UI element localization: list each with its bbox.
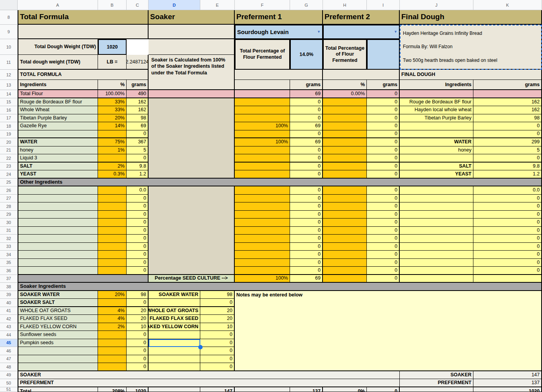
cell-B17[interactable]: 20% xyxy=(98,114,127,123)
cell-J23[interactable]: SALT xyxy=(400,163,473,171)
column-header-C[interactable]: C xyxy=(127,0,149,10)
row-header-31[interactable]: 31 xyxy=(0,227,18,235)
cell-A43[interactable]: FLAKED YELLOW CORN xyxy=(18,323,98,331)
cell-C35[interactable]: 0 xyxy=(127,259,149,267)
cell-B13[interactable]: % xyxy=(98,80,127,90)
row-header-37[interactable]: 37 xyxy=(0,275,18,283)
cell-C14[interactable]: 490 xyxy=(127,90,149,98)
cell-I16[interactable]: 0 xyxy=(367,106,400,114)
cell-F22[interactable] xyxy=(235,154,290,163)
cell-F29[interactable] xyxy=(235,211,290,219)
cell-C48[interactable]: 0 xyxy=(127,363,149,371)
cell-A32[interactable] xyxy=(18,235,98,243)
cell-A12[interactable]: TOTAL FORMULA xyxy=(18,70,149,80)
cell-C30[interactable]: 0 xyxy=(127,219,149,227)
cell-H37[interactable] xyxy=(323,275,367,283)
cell-K21[interactable]: 5 xyxy=(473,146,542,155)
cell-C23[interactable]: 9.8 xyxy=(127,163,149,171)
cell-J26[interactable] xyxy=(400,186,473,195)
cell-D46[interactable] xyxy=(149,347,200,355)
cell-K34[interactable]: 0 xyxy=(473,251,542,259)
cell-C51[interactable]: 1020 xyxy=(127,387,149,392)
cell-E51[interactable]: 147 xyxy=(200,387,235,392)
cell-D51[interactable] xyxy=(149,387,200,392)
cell-H24[interactable] xyxy=(323,170,367,179)
column-header-J[interactable]: J xyxy=(400,0,473,10)
cell-G27[interactable]: 0 xyxy=(290,195,323,203)
row-header-39[interactable]: 39 xyxy=(0,291,18,299)
row-header-10[interactable]: 10 xyxy=(0,39,18,55)
cell-H31[interactable] xyxy=(323,227,367,235)
cell-H21[interactable] xyxy=(323,146,367,155)
cell-F32[interactable] xyxy=(235,235,290,243)
cell-G28[interactable]: 0 xyxy=(290,202,323,211)
cell-J34[interactable] xyxy=(400,251,473,259)
row-header-12[interactable]: 12 xyxy=(0,70,18,80)
cell-G16[interactable]: 0 xyxy=(290,106,323,114)
cell-G24[interactable]: 0 xyxy=(290,170,323,179)
cell-A15[interactable]: Rouge de Bordeaux BF flour xyxy=(18,98,98,107)
cell-C18[interactable]: 69 xyxy=(127,122,149,130)
cell-C29[interactable]: 0 xyxy=(127,211,149,219)
cell-A31[interactable] xyxy=(18,227,98,235)
cell-K23[interactable]: 9.8 xyxy=(473,163,542,171)
cell-K26[interactable]: 0.0 xyxy=(473,186,542,195)
cell-E48[interactable]: 0 xyxy=(200,363,235,371)
cell-H32[interactable] xyxy=(323,235,367,243)
cell-C21[interactable]: 5 xyxy=(127,146,149,155)
cell-G10[interactable]: 14.0% xyxy=(290,39,323,70)
row-header-27[interactable]: 27 xyxy=(0,195,18,203)
select-all-corner[interactable] xyxy=(0,0,18,10)
row-header-43[interactable]: 43 xyxy=(0,323,18,331)
cell-F17[interactable] xyxy=(235,114,290,123)
cell-F14[interactable] xyxy=(235,90,290,98)
cell-B11[interactable]: LB = xyxy=(98,55,127,70)
row-header-51[interactable]: 51 xyxy=(0,387,18,392)
row-header-40[interactable]: 40 xyxy=(0,299,18,307)
cell-K24[interactable]: 1.2 xyxy=(473,170,542,179)
cell-K13[interactable]: grams xyxy=(473,80,542,90)
cell-A26[interactable] xyxy=(18,186,98,195)
cell-A47[interactable] xyxy=(18,355,98,363)
cell-J28[interactable] xyxy=(400,202,473,211)
cell-A28[interactable] xyxy=(18,202,98,211)
cell-E41[interactable]: 20 xyxy=(200,307,235,315)
column-header-A[interactable]: A xyxy=(18,0,98,10)
cell-F36[interactable] xyxy=(235,267,290,275)
cell-F23[interactable] xyxy=(235,163,290,171)
cell-H23[interactable] xyxy=(323,163,367,171)
cell-J51[interactable] xyxy=(400,387,473,392)
cell-B21[interactable]: 1% xyxy=(98,146,127,155)
cell-C20[interactable]: 367 xyxy=(127,138,149,146)
cell-C45[interactable]: 0 xyxy=(127,339,149,347)
row-header-50[interactable]: 50 xyxy=(0,379,18,387)
cell-A14[interactable]: Total Flour xyxy=(18,90,98,98)
cell-H8[interactable]: Preferment 2 xyxy=(323,10,400,25)
cell-C34[interactable]: 0 xyxy=(127,251,149,259)
cell-A11[interactable]: Total dough weight (TDW) xyxy=(18,55,98,70)
cell-B43[interactable]: 2% xyxy=(98,323,127,331)
cell-C43[interactable]: 10 xyxy=(127,323,149,331)
selection-fill-handle[interactable] xyxy=(198,345,203,349)
cell-J36[interactable] xyxy=(400,267,473,275)
cell-K30[interactable]: 0 xyxy=(473,219,542,227)
cell-C27[interactable]: 0 xyxy=(127,195,149,203)
cell-I31[interactable]: 0 xyxy=(367,227,400,235)
cell-J21[interactable]: honey xyxy=(400,146,473,155)
row-header-49[interactable]: 49 xyxy=(0,371,18,379)
cell-I18[interactable]: 0 xyxy=(367,122,400,130)
cell-A25[interactable]: Other Ingredients xyxy=(18,179,542,187)
cell-A50[interactable]: PREFERMENT xyxy=(18,379,400,387)
row-header-18[interactable]: 18 xyxy=(0,122,18,130)
cell-I28[interactable]: 0 xyxy=(367,202,400,211)
row-header-44[interactable]: 44 xyxy=(0,331,18,339)
cell-B40[interactable] xyxy=(98,299,127,307)
cell-G35[interactable]: 0 xyxy=(290,259,323,267)
cell-A51[interactable]: Total xyxy=(18,387,98,392)
row-header-47[interactable]: 47 xyxy=(0,355,18,363)
row-header-35[interactable]: 35 xyxy=(0,259,18,267)
cell-J22[interactable] xyxy=(400,154,473,163)
cell-F37[interactable]: 100% xyxy=(235,275,290,283)
cell-A17[interactable]: Tibetan Purple Barley xyxy=(18,114,98,123)
cell-I37[interactable]: 0 xyxy=(367,275,400,283)
